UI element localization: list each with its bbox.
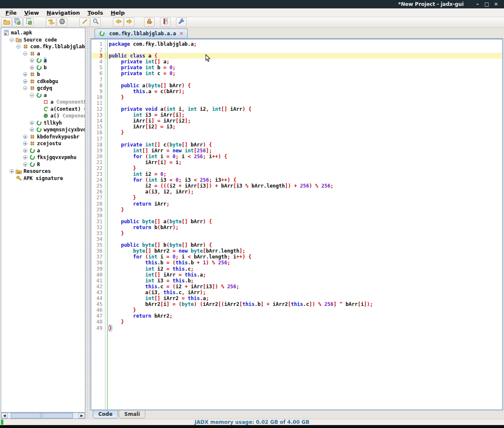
tree-item-a[interactable]: −a bbox=[1, 50, 85, 57]
line-number: 45 bbox=[92, 301, 105, 307]
line-number-gutter: 1234567891011121314151617181920212223242… bbox=[92, 40, 105, 409]
tree-item-a[interactable]: aComponentNam bbox=[1, 99, 85, 106]
tab-close-icon[interactable]: ✕ bbox=[179, 31, 184, 37]
expand-handle-icon[interactable]: + bbox=[23, 72, 27, 76]
log-viewer-button[interactable] bbox=[160, 18, 171, 27]
menu-help[interactable]: Help bbox=[107, 10, 129, 16]
code-line-27: } bbox=[105, 195, 502, 201]
line-number: 6 bbox=[92, 70, 105, 76]
tree-item-a-context-[interactable]: a(Context)voi bbox=[1, 106, 85, 113]
expand-handle-icon[interactable]: + bbox=[30, 58, 34, 63]
tree-item-zcejostu[interactable]: +zcejostu bbox=[1, 140, 85, 147]
line-number: 22 bbox=[92, 165, 105, 171]
preferences-button[interactable] bbox=[176, 18, 186, 27]
tree-item-a[interactable]: +a bbox=[1, 147, 85, 154]
menu-tools[interactable]: Tools bbox=[84, 10, 107, 16]
minimize-icon[interactable]: – bbox=[473, 1, 482, 7]
line-number: 15 bbox=[92, 124, 105, 130]
expand-handle-icon[interactable]: + bbox=[23, 79, 27, 84]
maximize-icon[interactable]: □ bbox=[482, 1, 491, 7]
line-number: 32 bbox=[92, 224, 105, 230]
scroll-right-arrow[interactable]: ▶ bbox=[79, 413, 85, 418]
collapse-handle-icon[interactable]: − bbox=[10, 38, 14, 42]
tab-code[interactable]: Code bbox=[93, 410, 118, 418]
tree-item-a[interactable]: +a bbox=[1, 57, 85, 64]
quark-engine-button[interactable] bbox=[79, 18, 90, 27]
expand-handle-icon[interactable]: + bbox=[23, 155, 27, 159]
tree-item-kbdofnvkypusbr[interactable]: +kbdofnvkypusbr bbox=[1, 133, 85, 141]
project-tree[interactable]: mal.apk−Source code−com.fky.lblabjglab−a… bbox=[1, 28, 85, 412]
scrollbar-thumb[interactable] bbox=[11, 413, 73, 418]
tree-item-b[interactable]: +b bbox=[1, 71, 85, 78]
tree-item-cdkebgu[interactable]: +cdkebgu bbox=[1, 78, 85, 85]
package-icon bbox=[29, 141, 35, 146]
tree-item-b[interactable]: +b bbox=[1, 64, 85, 71]
line-number: 18 bbox=[92, 142, 105, 148]
tree-horizontal-scrollbar[interactable]: ◀ ▶ bbox=[1, 412, 85, 419]
collapse-handle-icon[interactable]: − bbox=[16, 44, 21, 49]
line-number: 29 bbox=[92, 207, 105, 213]
deobfuscation-button[interactable] bbox=[57, 18, 67, 27]
field-icon bbox=[42, 99, 49, 105]
tab-com-fky-lblabjglab-a-a[interactable]: com.fky.lblabjglab.a.a ✕ bbox=[94, 29, 188, 38]
search-icon bbox=[92, 18, 99, 26]
expand-handle-icon[interactable]: + bbox=[10, 169, 14, 173]
tree-item-apk-signature[interactable]: APK signature bbox=[1, 175, 85, 182]
expand-handle-icon[interactable]: + bbox=[30, 128, 34, 132]
expand-handle-icon[interactable]: + bbox=[30, 65, 34, 70]
tree-item-r[interactable]: +R bbox=[1, 161, 85, 168]
code-editor[interactable]: package com.fky.lblabjglab.a;public clas… bbox=[105, 40, 502, 409]
expand-handle-icon[interactable]: + bbox=[23, 149, 27, 153]
save-as-button[interactable] bbox=[23, 18, 34, 27]
class-icon bbox=[36, 92, 42, 98]
line-number: 14 bbox=[92, 118, 105, 124]
class-icon bbox=[36, 127, 42, 133]
menu-view[interactable]: View bbox=[21, 10, 43, 16]
tree-item-resources[interactable]: +Resources bbox=[1, 168, 85, 175]
collapse-handle-icon[interactable]: − bbox=[23, 52, 27, 56]
line-number: 19 bbox=[92, 148, 105, 154]
code-line-47: return bArr2; bbox=[105, 313, 502, 319]
line-number: 7 bbox=[92, 77, 105, 83]
tree-item-label: Source code bbox=[24, 37, 57, 43]
menu-file[interactable]: File bbox=[2, 10, 21, 16]
tree-item-gcdyq[interactable]: −gcdyq bbox=[1, 85, 85, 92]
tree-item-a-[interactable]: a()ComponentN bbox=[1, 112, 85, 120]
read-only-mode-button[interactable] bbox=[144, 18, 155, 27]
code-line-23: int i2 = 0; bbox=[105, 171, 502, 177]
code-line-43: a(i3, this.c, iArr); bbox=[105, 290, 502, 295]
tree-item-fksjgqvxvpmhu[interactable]: +fksjgqvxvpmhu bbox=[1, 154, 85, 161]
globe-grid-icon bbox=[59, 18, 66, 26]
close-icon[interactable]: ✕ bbox=[491, 1, 501, 7]
forward-button[interactable] bbox=[124, 18, 134, 27]
expand-handle-icon[interactable]: + bbox=[23, 162, 27, 167]
tree-item-mal-apk[interactable]: mal.apk bbox=[1, 29, 85, 37]
code-line-49: } bbox=[105, 325, 502, 331]
open-file-button[interactable] bbox=[1, 18, 12, 27]
tree-item-tllkyh[interactable]: +tllkyh bbox=[1, 120, 85, 127]
search-button[interactable] bbox=[90, 18, 101, 27]
reload-button[interactable] bbox=[46, 18, 56, 27]
tree-item-a[interactable]: −a bbox=[1, 92, 85, 99]
expand-handle-icon[interactable]: + bbox=[23, 135, 27, 139]
tab-smali[interactable]: Smali bbox=[119, 410, 145, 418]
scroll-left-arrow[interactable]: ◀ bbox=[1, 413, 8, 418]
window-title: *New Project - jadx-gui bbox=[398, 1, 464, 7]
menu-navigation[interactable]: Navigation bbox=[43, 10, 84, 16]
code-line-35: public byte[] b(byte[] bArr) { bbox=[105, 242, 502, 248]
tree-item-wymqnsnjcyxbvdmf[interactable]: +wymqnsnjcyxbvdmf bbox=[1, 126, 85, 133]
save-all-button[interactable] bbox=[12, 18, 23, 27]
scrollbar-track[interactable] bbox=[8, 413, 79, 418]
line-number: 3 bbox=[92, 53, 105, 59]
expand-handle-icon[interactable]: + bbox=[30, 121, 34, 125]
tree-item-source-code[interactable]: −Source code bbox=[1, 37, 85, 44]
split-divider[interactable] bbox=[85, 28, 90, 419]
line-number: 49 bbox=[92, 325, 105, 331]
back-button[interactable] bbox=[113, 18, 123, 27]
code-line-11 bbox=[105, 100, 502, 106]
expand-handle-icon[interactable]: + bbox=[23, 141, 27, 146]
code-line-31: public byte[] a(byte[] bArr) { bbox=[105, 219, 502, 224]
tree-item-com-fky-lblabjglab[interactable]: −com.fky.lblabjglab bbox=[1, 43, 85, 50]
collapse-handle-icon[interactable]: − bbox=[30, 93, 34, 97]
collapse-handle-icon[interactable]: − bbox=[23, 86, 27, 90]
